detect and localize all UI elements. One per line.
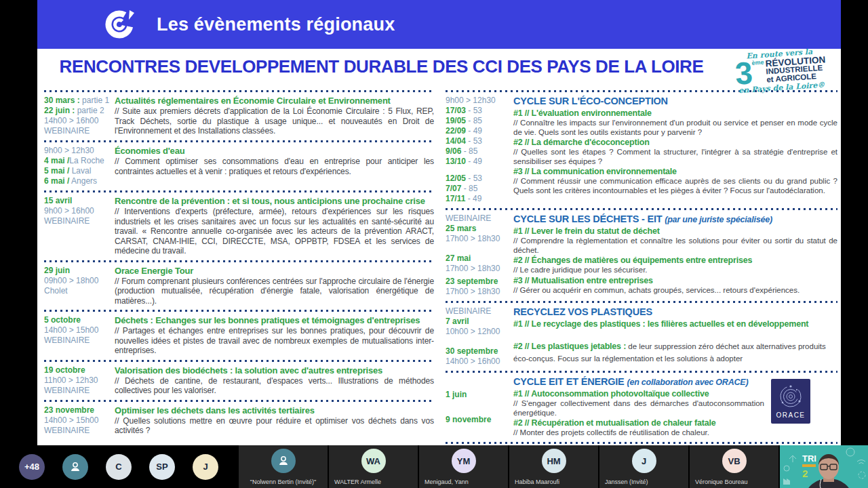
participant-name: WALTER Armelle	[334, 479, 381, 485]
cycle-title: CYCLE SUR L'ÉCO-CONCEPTION	[513, 96, 668, 106]
cycle-title: CYCLE SUR LES DÉCHETS - EIT	[513, 214, 662, 224]
page-title: RENCONTRES DEVELOPPEMENT DURABLE DES CCI…	[60, 56, 704, 77]
avatar-initials: SP	[156, 462, 167, 472]
event-date: 25 mars	[446, 224, 476, 233]
event-date: 4 mai /	[44, 156, 69, 165]
cycle-block: 1 juin 9 novembre	[446, 373, 837, 442]
title-row: RENCONTRES DEVELOPPEMENT DURABLE DES CCI…	[37, 49, 841, 84]
cycle-block: WEBINAIRE 7 avril 10h00 > 12h00 30 septe…	[446, 303, 837, 371]
orace-logo: ORACE	[771, 379, 810, 424]
top-banner: Les évènements régionaux	[37, 0, 841, 49]
event-row: 5 octobre 14h00 > 15h00 WEBINAIRE Déchet…	[44, 312, 434, 360]
avatar-initials: WA	[366, 456, 380, 466]
event-format: WEBINAIRE	[44, 216, 90, 226]
webcam-video: TRI 2	[780, 445, 868, 488]
participant-tile[interactable]: WA WALTER Armelle	[329, 445, 418, 488]
participant-video-tile[interactable]: TRI 2	[780, 445, 868, 488]
participant-tile[interactable]: VB Véronique Boureau	[690, 445, 778, 488]
event-description: // Forum comprenant plusieurs conférence…	[115, 277, 434, 306]
event-code: - 49	[466, 126, 482, 136]
participant-avatar: WA	[361, 449, 386, 473]
event-location: La Roche	[69, 156, 104, 165]
event-date: 19 octobre	[44, 365, 85, 375]
event-format: WEBINAIRE	[44, 386, 90, 395]
avatar-initials: J	[203, 462, 208, 472]
event-time: 17h00 > 18h30	[446, 264, 500, 273]
event-format: WEBINAIRE	[44, 336, 90, 345]
event-row: 19 octobre 11h00 > 12h30 WEBINAIRE Valor…	[44, 362, 434, 400]
event-date: 1 juin	[446, 390, 467, 399]
event-date: 12/05	[446, 174, 466, 183]
participant-tile[interactable]: J Janssen (Invité)	[599, 445, 688, 488]
event-dates: 19 octobre 11h00 > 12h30 WEBINAIRE	[44, 365, 115, 396]
event-title: Économies d'eau	[115, 146, 434, 157]
event-row: 29 juin 09h00 > 18h00 Cholet Orace Energ…	[44, 262, 434, 310]
participant-name: "Nolwenn Bertin (Invité)"	[250, 479, 316, 485]
tria-badge: En route vers la 3ème RÉVOLUTION INDUSTR…	[724, 46, 837, 95]
participant-avatar[interactable]: J	[193, 454, 218, 480]
event-code: - 85	[466, 116, 482, 125]
event-date: 7 avril	[446, 317, 469, 326]
participant-avatar[interactable]: SP	[149, 454, 175, 480]
event-row: 23 novembre 14h00 > 15h00 WEBINAIRE Opti…	[44, 402, 434, 440]
participant-overflow-count[interactable]: +48	[19, 454, 45, 480]
avatar-initials: J	[642, 456, 646, 466]
participant-tile[interactable]: YM Menigaud, Yann	[419, 445, 508, 488]
event-date: 9 novembre	[446, 415, 491, 424]
event-time: 9h00 > 12h30	[446, 96, 496, 105]
participants-overflow-group: +48 C SP J	[0, 445, 237, 488]
cycle-item-description: // Comprendre la règlementation et conna…	[513, 237, 837, 255]
banner-title: Les évènements régionaux	[157, 14, 395, 35]
cycle-item-title: #1 // L'évaluation environnementale	[513, 108, 837, 119]
event-description: // Interventions d'experts (préfecture, …	[115, 207, 434, 256]
cycle-title: CYCLE EIT ET ÉNERGIE	[513, 376, 625, 387]
event-time: 14h00 > 15h00	[44, 415, 98, 425]
cycle-note: (en collaboration avec ORACE)	[627, 378, 748, 387]
cycle-dates: WEBINAIRE 7 avril 10h00 > 12h00 30 septe…	[446, 306, 513, 367]
participant-tile[interactable]: "Nolwenn Bertin (Invité)"	[239, 445, 328, 488]
event-code: - 49	[466, 157, 482, 166]
event-title: Orace Energie Tour	[115, 266, 434, 277]
event-code: - 85	[461, 146, 477, 156]
event-dates: 5 octobre 14h00 > 15h00 WEBINAIRE	[44, 315, 115, 356]
avatar-initials: C	[115, 462, 121, 472]
cycle-block: 9h00 > 12h30 17/03 - 53 19/05 - 85 22/09…	[446, 92, 837, 208]
event-date: 30 septembre	[446, 346, 498, 356]
event-date: 22 juin :	[44, 106, 75, 115]
participant-avatar[interactable]	[62, 454, 88, 480]
event-date: 19/05	[446, 116, 466, 125]
event-title: Optimiser les déchets dans les activités…	[115, 405, 434, 416]
event-date: 23 novembre	[44, 405, 94, 415]
event-date: 6 mai /	[44, 176, 69, 186]
event-code: - 85	[461, 184, 477, 193]
avatar-initials: YM	[457, 456, 471, 466]
event-description: // Comment optimiser ses consommations d…	[115, 157, 434, 176]
meeting-screen: Les évènements régionaux RENCONTRES DEVE…	[0, 0, 868, 488]
event-date-detail: partie 2	[75, 106, 104, 115]
event-time: 14h00 > 16h00	[446, 357, 500, 366]
participant-tile[interactable]: HM Habiba Maaroufi	[509, 445, 598, 488]
event-title: Actualités réglementaires en Économie Ci…	[115, 96, 434, 106]
cycle-dates: 1 juin 9 novembre	[446, 376, 513, 438]
badge-numeral: 3	[734, 60, 753, 87]
event-location: Laval	[69, 166, 91, 176]
event-date: 9/06	[446, 146, 461, 156]
event-date: 5 mai /	[44, 166, 69, 176]
event-time: 14h00 > 16h00	[44, 116, 98, 125]
event-title: Valorisation des biodéchets : la solutio…	[115, 365, 434, 376]
participant-avatar: VB	[722, 449, 747, 473]
event-date: 27 mai	[446, 253, 471, 263]
cycle-item-title: #3 // La communication environnementale	[513, 167, 837, 177]
event-code: - 53	[466, 106, 482, 115]
event-format: WEBINAIRE	[44, 126, 90, 136]
event-date: 17/11	[446, 194, 465, 203]
cycle-note: (par une juriste spécialisée)	[665, 215, 772, 224]
participant-avatar[interactable]: C	[106, 454, 132, 480]
cycle-item-title: #2 // Échanges de matières ou équipement…	[513, 256, 837, 266]
cycle-dates: 9h00 > 12h30 17/03 - 53 19/05 - 85 22/09…	[446, 96, 513, 204]
event-time: 17h00 > 18h30	[446, 234, 500, 243]
cycle-item-title: #2 // La démarche d'écoconception	[513, 138, 837, 148]
events-right-column: 9h00 > 12h30 17/03 - 53 19/05 - 85 22/09…	[440, 90, 837, 444]
event-description: // Quelles solutions mettre en œuvre pou…	[115, 416, 434, 436]
cycle-title: RECYCLEZ VOS PLASTIQUES	[513, 306, 652, 317]
